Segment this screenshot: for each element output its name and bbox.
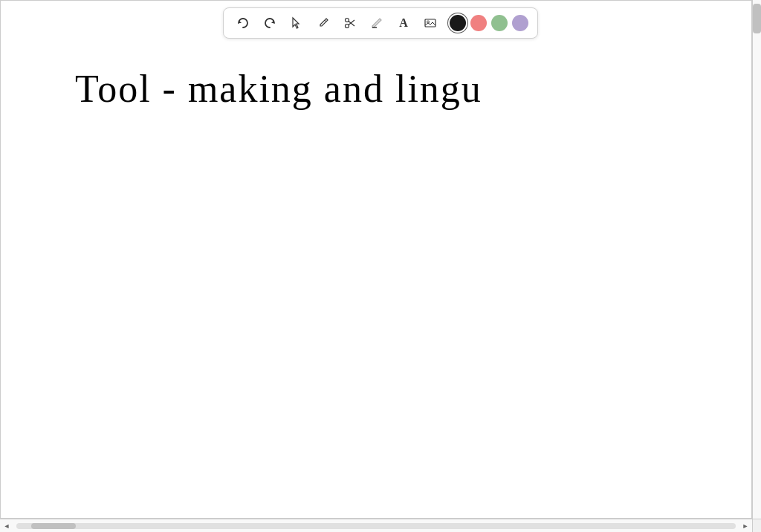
svg-point-0 [346, 25, 349, 28]
scroll-right-arrow[interactable]: ► [739, 519, 752, 533]
redo-button[interactable] [259, 13, 280, 33]
eraser-tool-button[interactable] [366, 13, 387, 33]
color-palette [450, 15, 528, 31]
svg-line-2 [349, 20, 354, 25]
color-black-swatch[interactable] [450, 15, 466, 31]
bottom-scrollbar[interactable]: ◄ ► [0, 519, 752, 532]
svg-rect-5 [425, 19, 435, 27]
canvas-area[interactable]: Tool - making and lingu [0, 0, 752, 519]
app-container: Tool - making and lingu [0, 0, 761, 532]
svg-point-1 [346, 19, 349, 22]
image-tool-button[interactable] [420, 13, 441, 33]
scroll-left-arrow[interactable]: ◄ [0, 519, 13, 533]
bottom-scrollbar-thumb[interactable] [31, 523, 76, 529]
right-scrollbar-thumb[interactable] [753, 4, 761, 33]
text-tool-icon: A [399, 16, 408, 30]
undo-button[interactable] [233, 13, 253, 33]
scissors-tool-button[interactable] [340, 13, 360, 33]
color-pink-swatch[interactable] [470, 15, 487, 31]
color-green-swatch[interactable] [491, 15, 508, 31]
svg-line-3 [349, 22, 354, 27]
toolbar: A [223, 7, 538, 39]
right-scrollbar[interactable] [752, 0, 761, 519]
bottom-scrollbar-track[interactable] [16, 523, 736, 529]
scrollbar-corner [752, 519, 761, 532]
text-tool-button[interactable]: A [393, 13, 414, 33]
color-purple-swatch[interactable] [512, 15, 528, 31]
canvas-handwritten-text: Tool - making and lingu [75, 66, 482, 112]
select-tool-button[interactable] [286, 13, 307, 33]
pencil-tool-button[interactable] [313, 13, 334, 33]
